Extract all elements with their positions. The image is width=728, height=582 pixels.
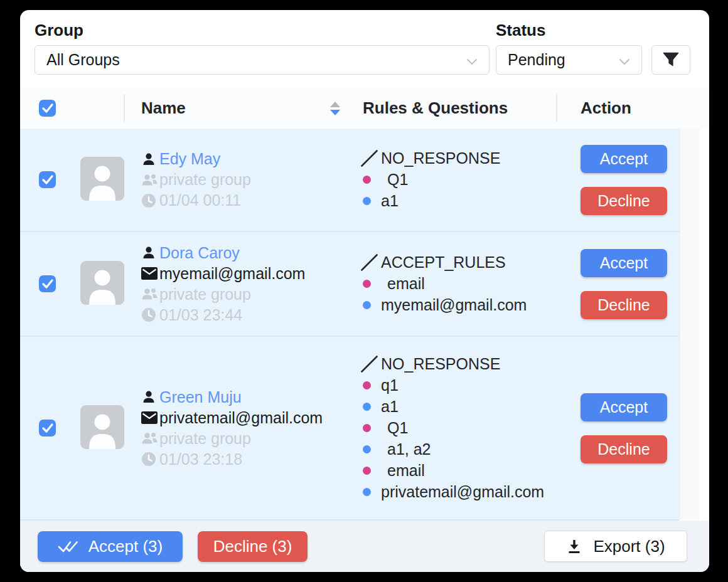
accept-button[interactable]: Accept xyxy=(581,249,667,277)
person-icon xyxy=(141,389,159,405)
rule-item: q1 xyxy=(381,376,399,394)
accept-all-button[interactable]: Accept (3) xyxy=(38,531,183,562)
download-icon xyxy=(566,538,582,554)
person-icon xyxy=(141,152,159,167)
group-icon xyxy=(141,287,159,301)
rule-item: a1, a2 xyxy=(387,440,431,458)
question-dot-icon xyxy=(363,467,371,475)
row-checkbox[interactable] xyxy=(39,171,56,188)
group-icon xyxy=(141,173,159,187)
member-group: private group xyxy=(159,285,251,304)
sort-icon[interactable] xyxy=(330,102,340,115)
group-icon xyxy=(141,431,159,445)
rules-icon xyxy=(361,356,381,373)
decline-all-label: Decline (3) xyxy=(213,537,292,556)
rule-item: a1 xyxy=(381,398,399,416)
table-row: Green Muju privatemail@gmail.com private… xyxy=(20,337,679,521)
question-dot-icon xyxy=(363,424,371,432)
accept-button[interactable]: Accept xyxy=(581,145,667,173)
email-icon xyxy=(141,267,159,280)
request-timestamp: 01/04 00:11 xyxy=(159,191,241,209)
rules-icon xyxy=(361,254,381,271)
double-check-icon xyxy=(58,539,79,553)
sort-desc-arrow xyxy=(330,110,340,115)
export-label: Export (3) xyxy=(593,537,665,556)
question-dot-icon xyxy=(363,280,371,288)
member-name-link[interactable]: Edy May xyxy=(159,150,220,168)
status-filter-label: Status xyxy=(496,21,545,40)
header-divider xyxy=(556,95,557,122)
rule-title: ACCEPT_RULES xyxy=(381,253,506,272)
rule-item: Q1 xyxy=(387,419,408,437)
member-group: private group xyxy=(159,430,251,448)
rule-item: myemail@gmail.com xyxy=(381,296,527,314)
chevron-down-icon xyxy=(619,51,630,69)
funnel-icon xyxy=(662,51,680,69)
header-divider xyxy=(124,95,125,122)
column-header-action: Action xyxy=(581,88,631,129)
answer-dot-icon xyxy=(363,403,371,411)
request-timestamp: 01/03 23:18 xyxy=(159,450,242,468)
rule-item: a1 xyxy=(381,192,399,210)
rule-title: NO_RESPONSE xyxy=(381,149,500,167)
member-group: private group xyxy=(159,171,251,189)
accept-button[interactable]: Accept xyxy=(581,393,667,421)
member-email: myemail@gmail.com xyxy=(159,265,305,283)
accept-all-label: Accept (3) xyxy=(88,537,163,556)
member-email: privatemail@gmail.com xyxy=(159,409,323,427)
answer-dot-icon xyxy=(363,488,371,496)
person-icon xyxy=(141,245,159,260)
rule-title: NO_RESPONSE xyxy=(381,355,500,373)
scrollbar[interactable] xyxy=(679,129,699,520)
answer-dot-icon xyxy=(363,197,371,205)
email-icon xyxy=(141,411,159,424)
member-name-link[interactable]: Dora Caroy xyxy=(159,244,240,262)
avatar xyxy=(80,405,124,452)
rule-item: email xyxy=(387,275,425,293)
clock-icon xyxy=(141,193,159,208)
member-requests-panel: Group Status All Groups Pending Name Rul… xyxy=(20,10,709,572)
table-header: Name Rules & Questions Action xyxy=(20,88,709,129)
clock-icon xyxy=(141,307,159,322)
decline-button[interactable]: Decline xyxy=(581,435,667,463)
row-checkbox[interactable] xyxy=(39,420,56,437)
export-button[interactable]: Export (3) xyxy=(544,531,687,562)
status-filter-select[interactable]: Pending xyxy=(496,45,642,75)
request-timestamp: 01/03 23:44 xyxy=(159,306,242,324)
column-header-name: Name xyxy=(141,88,186,129)
bulk-actions-bar: Accept (3) Decline (3) Export (3) xyxy=(20,521,709,572)
decline-all-button[interactable]: Decline (3) xyxy=(198,531,308,562)
select-all-checkbox[interactable] xyxy=(39,100,56,117)
column-header-rules: Rules & Questions xyxy=(363,88,508,129)
avatar xyxy=(80,157,124,203)
question-dot-icon xyxy=(363,381,371,389)
question-dot-icon xyxy=(363,176,371,184)
answer-dot-icon xyxy=(363,445,371,453)
decline-button[interactable]: Decline xyxy=(581,187,667,215)
group-filter-value: All Groups xyxy=(46,51,120,69)
status-filter-value: Pending xyxy=(508,51,565,69)
member-name-link[interactable]: Green Muju xyxy=(159,388,242,406)
chevron-down-icon xyxy=(466,51,478,69)
answer-dot-icon xyxy=(363,301,371,309)
filter-button[interactable] xyxy=(651,45,690,75)
table-row: Edy May private group 01/04 00:11 xyxy=(20,129,679,232)
rules-icon xyxy=(361,150,381,167)
rule-item: email xyxy=(387,462,425,480)
row-checkbox[interactable] xyxy=(39,275,56,292)
sort-asc-arrow xyxy=(330,102,340,107)
table-body: Edy May private group 01/04 00:11 xyxy=(20,129,709,520)
group-filter-select[interactable]: All Groups xyxy=(35,45,490,75)
rule-item: privatemail@gmail.com xyxy=(381,483,544,501)
table-row: Dora Caroy myemail@gmail.com private gro… xyxy=(20,232,679,337)
avatar xyxy=(80,261,124,307)
clock-icon xyxy=(141,452,159,467)
rule-item: Q1 xyxy=(387,171,408,189)
group-filter-label: Group xyxy=(35,21,83,40)
decline-button[interactable]: Decline xyxy=(581,291,667,319)
